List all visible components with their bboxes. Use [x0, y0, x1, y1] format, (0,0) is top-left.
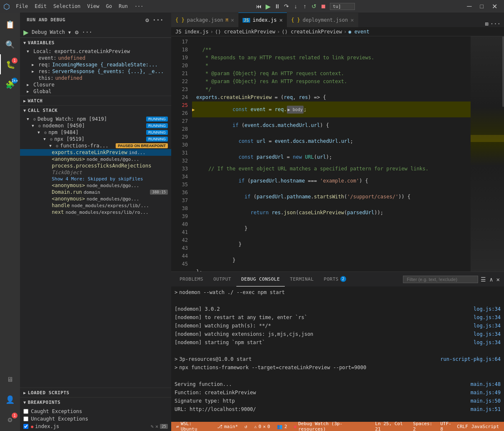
- panel-list-btn[interactable]: ☰: [480, 275, 487, 284]
- tab-deployment-json[interactable]: { } deployment.json ×: [287, 13, 358, 27]
- console-link-7[interactable]: main.js:48: [459, 380, 501, 388]
- debug-continue-btn[interactable]: ▶: [264, 2, 272, 10]
- breadcrumb-file[interactable]: JS index.js: [175, 29, 208, 35]
- closure-item[interactable]: ▶ Closure: [20, 81, 171, 88]
- callstack-create-link[interactable]: exports.createLinkPreview ind...: [20, 149, 171, 156]
- status-errors[interactable]: ⚠ 0 ✕ 0: [252, 422, 272, 431]
- status-sync[interactable]: ↺: [243, 422, 249, 431]
- breadcrumb-func-1[interactable]: ⟨⟩ createLinkPreview: [215, 29, 276, 35]
- callstack-show-more[interactable]: Show 4 More: Skipped by skipFiles: [20, 176, 171, 182]
- local-scope-item[interactable]: ▼ Local: exports.createLinkPreview: [20, 48, 171, 55]
- uncaught-exceptions-item[interactable]: Uncaught Exceptions: [20, 415, 171, 423]
- status-spaces[interactable]: Spaces: 2: [411, 422, 438, 431]
- callstack-debug-watch[interactable]: ▼ ⚙ Debug Watch: npm [9419] RUNNING: [20, 116, 171, 122]
- watch-header[interactable]: ▶ WATCH: [20, 96, 171, 105]
- activity-remote[interactable]: 🖥: [0, 369, 20, 389]
- callstack-npm[interactable]: ▼ ⚙ npm [9484] RUNNING: [20, 129, 171, 136]
- chevron-down-icon[interactable]: ▼: [68, 30, 71, 35]
- callstack-anon-1[interactable]: <anonymous> node_modules/@go...: [20, 156, 171, 162]
- close-bp-btn[interactable]: ✕: [155, 423, 158, 429]
- debug-pause-btn[interactable]: ⏸: [273, 2, 281, 10]
- start-debug-btn[interactable]: ▶: [23, 28, 28, 36]
- panel-tab-terminal[interactable]: TERMINAL: [285, 272, 319, 286]
- panel-tab-debug-console[interactable]: DEBUG CONSOLE: [236, 272, 285, 286]
- tab-package-json[interactable]: { } package.json M ×: [171, 13, 238, 27]
- req-var-item[interactable]: ▶ req: IncomingMessage {_readableState:.…: [20, 61, 171, 68]
- console-link-5[interactable]: log.js:34: [459, 339, 501, 346]
- edit-bp-btn[interactable]: ✎: [151, 423, 154, 429]
- res-var-item[interactable]: ▶ res: ServerResponse {_events: {...}, _…: [20, 68, 171, 75]
- panel-close-btn[interactable]: ✕: [496, 275, 501, 284]
- callstack-header[interactable]: ▼ CALL STACK: [20, 106, 171, 115]
- status-debug-info[interactable]: ● Debug Watch (3p-resources): [292, 422, 370, 431]
- show-more-label[interactable]: Show 4 More: Skipped by skipFiles: [52, 176, 143, 182]
- caught-exceptions-item[interactable]: Caught Exceptions: [20, 408, 171, 415]
- breadcrumb-func-2[interactable]: ⟨⟩ createLinkPreview: [281, 29, 342, 35]
- menu-edit[interactable]: Edit: [32, 3, 49, 10]
- panel-filter-input[interactable]: [403, 276, 478, 283]
- debug-restart-btn[interactable]: ↺: [310, 2, 318, 10]
- split-editor-btn[interactable]: ⊞: [485, 20, 488, 27]
- console-link-8[interactable]: main.js:49: [459, 389, 501, 396]
- tab-index-close[interactable]: ×: [279, 17, 283, 23]
- status-eol[interactable]: CRLF: [455, 422, 470, 431]
- activity-settings[interactable]: ⚙ 1: [0, 409, 20, 429]
- tab-package-close[interactable]: ×: [230, 17, 234, 23]
- debug-step-over-btn[interactable]: ↷: [282, 2, 291, 10]
- status-position[interactable]: Ln 25, Col 21: [373, 422, 411, 431]
- activity-extensions[interactable]: 🧩 1k+: [0, 74, 20, 94]
- debug-back-btn[interactable]: ⏮: [255, 2, 263, 10]
- status-language[interactable]: JavaScript: [470, 422, 501, 431]
- console-link-10[interactable]: main.js:51: [459, 406, 501, 413]
- menu-more[interactable]: ···: [132, 3, 146, 10]
- panel-tab-ports[interactable]: PORTS 2: [319, 272, 351, 286]
- settings-action-btn[interactable]: ⚙: [144, 16, 150, 24]
- menu-view[interactable]: View: [85, 3, 102, 10]
- panel-tab-problems[interactable]: PROBLEMS: [175, 272, 208, 286]
- activity-account[interactable]: 👤: [0, 389, 20, 409]
- tab-index-js[interactable]: JS index.js ×: [238, 13, 287, 27]
- menu-go[interactable]: Go: [104, 3, 114, 10]
- console-link-3[interactable]: log.js:34: [459, 322, 501, 330]
- maximize-btn[interactable]: □: [477, 3, 487, 10]
- this-var-item[interactable]: this: undefined: [20, 75, 171, 81]
- callstack-anon-3[interactable]: <anonymous> node_modules/@go...: [20, 195, 171, 202]
- console-link-4[interactable]: log.js:34: [459, 330, 501, 338]
- callstack-tick-obj[interactable]: TickObject: [20, 169, 171, 176]
- menu-selection[interactable]: Selection: [51, 3, 83, 10]
- code-content[interactable]: /** * Responds to any HTTP request relat…: [192, 36, 471, 271]
- index-js-bp-item[interactable]: ● index.js ✎ ✕ 25: [20, 423, 171, 430]
- debug-step-out-btn[interactable]: ↑: [301, 2, 309, 10]
- activity-explorer[interactable]: 📋: [0, 14, 20, 34]
- console-link-2[interactable]: log.js:34: [459, 314, 501, 321]
- callstack-domain-run[interactable]: Domain.run domain 388:15: [20, 189, 171, 195]
- callstack-functions-fra[interactable]: ▼ ⚙ functions-fra... PAUSED ON BREAKPOIN…: [20, 142, 171, 149]
- variables-header[interactable]: ▼ VARIABLES: [20, 38, 171, 47]
- global-item[interactable]: ▶ Global: [20, 88, 171, 95]
- loaded-scripts-header[interactable]: ▶ LOADED SCRIPTS: [20, 388, 171, 397]
- callstack-npx[interactable]: ▼ ⚙ npx [9519] RUNNING: [20, 136, 171, 142]
- breakpoints-header[interactable]: ▼ BREAKPOINTS: [20, 398, 171, 407]
- editor-more-btn[interactable]: ···: [490, 20, 501, 27]
- minimize-btn[interactable]: ─: [463, 3, 475, 10]
- callstack-nodemon[interactable]: ▼ ⚙ nodemon [9450] RUNNING: [20, 122, 171, 129]
- console-link-6[interactable]: run-script-pkg.js:64: [441, 355, 501, 363]
- console-link-1[interactable]: log.js:34: [459, 305, 501, 313]
- caught-exceptions-checkbox[interactable]: [23, 409, 28, 414]
- panel-up-btn[interactable]: ∧: [489, 275, 494, 284]
- more-action-btn[interactable]: ···: [152, 16, 165, 24]
- breadcrumb-event[interactable]: ◉ event: [348, 29, 370, 35]
- console-content[interactable]: > nodemon --watch ./ --exec npm start [n…: [171, 286, 504, 422]
- status-persons[interactable]: 👥 2: [275, 422, 289, 431]
- callstack-ticks[interactable]: process.processTicksAndRejections: [20, 162, 171, 169]
- activity-debug[interactable]: 🐛 1: [0, 54, 20, 74]
- minimap[interactable]: [471, 36, 504, 271]
- config-more-btn[interactable]: ···: [81, 28, 93, 36]
- close-btn[interactable]: ✕: [489, 3, 501, 10]
- status-encoding[interactable]: UTF-8: [438, 422, 455, 431]
- uncaught-exceptions-checkbox[interactable]: [23, 416, 28, 421]
- callstack-handle[interactable]: handle node_modules/express/lib/...: [20, 202, 171, 209]
- status-branch[interactable]: ⎇ main*: [215, 422, 240, 431]
- tab-deployment-close[interactable]: ×: [350, 17, 354, 23]
- activity-search[interactable]: 🔍: [0, 34, 20, 54]
